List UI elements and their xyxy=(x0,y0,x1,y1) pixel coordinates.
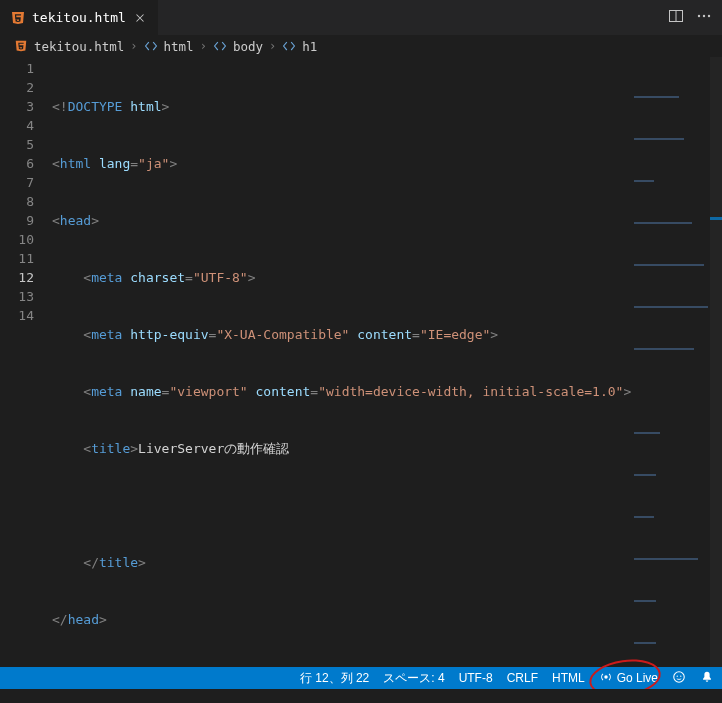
breadcrumb-seg-2[interactable]: h1 xyxy=(302,39,317,54)
status-go-live[interactable]: Go Live xyxy=(599,670,658,687)
breadcrumb-seg-0[interactable]: html xyxy=(164,39,194,54)
breadcrumb[interactable]: tekitou.html › html › body › h1 xyxy=(0,35,722,57)
status-language-mode[interactable]: HTML xyxy=(552,671,585,685)
svg-point-6 xyxy=(674,671,685,682)
status-notifications[interactable] xyxy=(700,670,714,687)
status-indentation[interactable]: スペース: 4 xyxy=(383,670,444,687)
bell-icon xyxy=(700,670,714,687)
line-number-gutter: 1234567891011121314 xyxy=(0,57,52,667)
svg-point-8 xyxy=(680,675,681,676)
chevron-right-icon: › xyxy=(130,39,137,53)
close-icon[interactable] xyxy=(132,10,148,26)
status-eol[interactable]: CRLF xyxy=(507,671,538,685)
status-encoding[interactable]: UTF-8 xyxy=(459,671,493,685)
svg-point-4 xyxy=(708,15,710,17)
feedback-icon xyxy=(672,670,686,687)
symbol-tag-icon xyxy=(213,39,227,53)
html-file-icon xyxy=(10,10,26,26)
code-area[interactable]: <!DOCTYPE html> <html lang="ja"> <head> … xyxy=(52,57,722,667)
status-cursor-position[interactable]: 行 12、列 22 xyxy=(300,670,369,687)
chevron-right-icon: › xyxy=(269,39,276,53)
tab-filename: tekitou.html xyxy=(32,10,126,25)
symbol-tag-icon xyxy=(144,39,158,53)
minimap[interactable] xyxy=(630,57,710,217)
breadcrumb-file[interactable]: tekitou.html xyxy=(34,39,124,54)
html-file-icon xyxy=(14,39,28,53)
tab-tekitou-html[interactable]: tekitou.html xyxy=(0,0,159,35)
split-editor-icon[interactable] xyxy=(668,8,684,27)
svg-point-7 xyxy=(677,675,678,676)
status-bar: 行 12、列 22 スペース: 4 UTF-8 CRLF HTML Go Liv… xyxy=(0,667,722,689)
status-feedback[interactable] xyxy=(672,670,686,687)
vertical-scrollbar[interactable] xyxy=(710,57,722,667)
broadcast-icon xyxy=(599,670,613,687)
tab-bar: tekitou.html xyxy=(0,0,722,35)
chevron-right-icon: › xyxy=(200,39,207,53)
svg-point-2 xyxy=(698,15,700,17)
breadcrumb-seg-1[interactable]: body xyxy=(233,39,263,54)
symbol-tag-icon xyxy=(282,39,296,53)
svg-point-3 xyxy=(703,15,705,17)
editor[interactable]: 1234567891011121314 <!DOCTYPE html> <htm… xyxy=(0,57,722,667)
svg-point-5 xyxy=(604,675,608,679)
more-actions-icon[interactable] xyxy=(696,8,712,27)
